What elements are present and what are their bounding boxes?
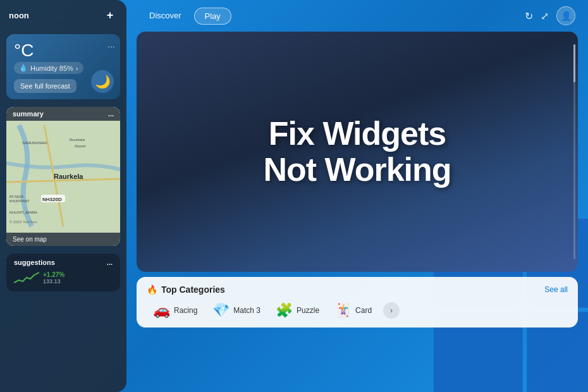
widget-panel: noon + ... °C 💧 Humidity 85% › See full … [0, 0, 126, 392]
card-label: Card [355, 306, 372, 315]
puzzle-icon: 🧩 [276, 303, 293, 317]
suggestions-widget: suggestions ... +1.27% 133.13 [6, 254, 120, 291]
humidity-label: Humidity 85% [30, 64, 73, 72]
svg-text:NH320D: NH320D [42, 197, 62, 202]
racing-icon: 🚗 [153, 303, 170, 317]
map-title: summary [13, 110, 44, 118]
map-svg: NH320D Raurkela © 2023 TomTom SAMUNANAKI… [6, 122, 120, 230]
suggestions-title: suggestions [14, 259, 55, 266]
puzzle-label: Puzzle [297, 306, 319, 315]
categories-list: 🚗 Racing 💎 Match 3 🧩 Puzzle 🃏 Card › [147, 301, 568, 320]
avatar-icon: 👤 [561, 11, 572, 21]
category-card[interactable]: 🃏 Card [328, 301, 378, 320]
hero-area: Fix Widgets Not Working [137, 32, 578, 272]
categories-title-text: Top Categories [161, 285, 225, 295]
svg-text:SAMUNANAKI: SAMUNANAKI [22, 141, 47, 145]
hero-title-line1: Fix Widgets [263, 116, 451, 152]
tab-group: Discover Play [139, 8, 231, 25]
stock-change: +1.27% [43, 271, 64, 278]
stock-price: 133.13 [43, 278, 64, 285]
scrollbar-thumb[interactable] [573, 44, 575, 82]
svg-text:Airport: Airport [75, 144, 86, 148]
match3-icon: 💎 [212, 303, 230, 317]
external-link-icon[interactable]: ⤢ [541, 10, 549, 22]
suggestions-dots-button[interactable]: ... [107, 259, 113, 266]
widget-header: noon + [0, 0, 126, 30]
svg-text:RF NEAR: RF NEAR [9, 195, 23, 199]
weather-menu-button[interactable]: ... [107, 39, 115, 49]
tab-discover[interactable]: Discover [139, 8, 192, 25]
weather-widget: ... °C 💧 Humidity 85% › See full forecas… [6, 34, 120, 99]
avatar-button[interactable]: 👤 [556, 6, 575, 25]
forecast-button[interactable]: See full forecast [14, 79, 77, 93]
racing-label: Racing [174, 306, 197, 315]
see-on-map-button[interactable]: See on map [6, 233, 120, 246]
main-content: Discover Play ↻ ⤢ 👤 Fix Widgets Not Work… [126, 0, 588, 392]
humidity-button[interactable]: 💧 Humidity 85% › [14, 62, 83, 74]
fire-icon: 🔥 [147, 285, 157, 295]
scrollbar-track [573, 44, 575, 259]
hero-title-line2: Not Working [263, 152, 451, 188]
see-all-button[interactable]: See all [544, 285, 568, 294]
svg-text:Raurkela: Raurkela [54, 173, 83, 180]
hero-text: Fix Widgets Not Working [263, 116, 451, 188]
svg-text:© 2023 TomTom: © 2023 TomTom [9, 220, 37, 224]
category-racing[interactable]: 🚗 Racing [147, 301, 204, 320]
svg-text:KHUNTPANIT: KHUNTPANIT [9, 199, 30, 203]
stock-chart [14, 270, 39, 285]
map-dots-button[interactable]: ... [108, 110, 114, 118]
weather-temperature: °C [14, 40, 113, 61]
svg-text:Rourkela: Rourkela [70, 138, 85, 142]
humidity-icon: 💧 [19, 64, 28, 72]
suggestions-header: suggestions ... [14, 259, 113, 266]
add-widget-button[interactable]: + [102, 8, 118, 23]
widget-panel-title: noon [9, 11, 29, 20]
card-icon: 🃏 [334, 303, 352, 317]
weather-moon-icon: 🌙 [91, 70, 114, 93]
top-icons: ↻ ⤢ 👤 [525, 6, 575, 25]
map-header: summary ... [6, 107, 120, 121]
categories-title: 🔥 Top Categories [147, 285, 225, 295]
match3-label: Match 3 [233, 306, 260, 315]
categories-section: 🔥 Top Categories See all 🚗 Racing 💎 Matc… [137, 277, 578, 328]
svg-text:KHUNTI_MABIA: KHUNTI_MABIA [9, 211, 37, 214]
category-match3[interactable]: 💎 Match 3 [206, 301, 267, 320]
refresh-icon[interactable]: ↻ [525, 10, 533, 22]
tab-play[interactable]: Play [194, 8, 231, 25]
category-puzzle[interactable]: 🧩 Puzzle [269, 301, 326, 320]
categories-header: 🔥 Top Categories See all [147, 285, 568, 295]
top-bar: Discover Play ↻ ⤢ 👤 [126, 0, 588, 32]
map-widget: summary ... NH320D Raurkela © 2023 TomTo… [6, 107, 120, 246]
stock-info: +1.27% 133.13 [43, 271, 64, 285]
categories-next-button[interactable]: › [383, 302, 400, 319]
stock-row: +1.27% 133.13 [14, 270, 113, 285]
map-content: NH320D Raurkela © 2023 TomTom SAMUNANAKI… [6, 107, 120, 246]
humidity-arrow-icon: › [76, 64, 78, 72]
